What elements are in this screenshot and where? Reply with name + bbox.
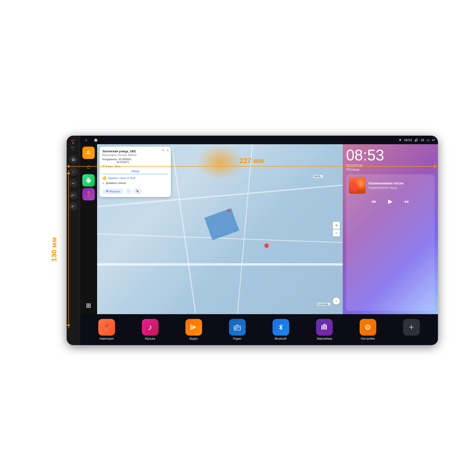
map-card-close[interactable]: ✕ [166, 149, 169, 152]
route-icon: 🗺 [106, 190, 108, 193]
music-label: Музыка [145, 337, 155, 340]
bottom-app-bar: 📍 Навигация ♪ Музыка Видео [80, 314, 438, 345]
song-name: Наименование песни [368, 181, 432, 185]
svg-rect-5 [89, 305, 91, 306]
next-button[interactable]: ⏭ [403, 197, 411, 206]
battery-icon: ▭ [426, 138, 430, 142]
app-add[interactable]: + + [400, 319, 424, 340]
radio-label: Радио [233, 337, 241, 340]
map-marker-main: 📍 [225, 209, 232, 215]
route-button[interactable]: 🗺 Маршрут [102, 188, 124, 194]
svg-rect-4 [88, 305, 89, 306]
app-video[interactable]: Видео [182, 319, 206, 340]
app-settings[interactable]: ⚙ Настройки [356, 319, 380, 340]
dimension-height-label: 130 мм [50, 237, 58, 262]
back-side-button[interactable]: ↩ [69, 179, 78, 187]
app-sidebar: ⚙ ⌂ 📍 [80, 144, 97, 314]
wifi-icon: ▼ [398, 138, 402, 142]
video-label: Видео [189, 337, 198, 340]
car-radio-device: MIC RST ⏻ ⌂ ↩ 🔊 + [67, 136, 438, 345]
home-nav-button[interactable]: ⌂ [83, 136, 89, 143]
zoom-in-button[interactable]: + [333, 222, 340, 229]
map-card-city: Красноярск, Россия, 660010 [102, 153, 168, 156]
svg-rect-9 [190, 324, 191, 330]
play-button[interactable]: ▶ [385, 196, 395, 206]
apps-nav-button[interactable]: 🏠 [92, 136, 99, 143]
svg-rect-3 [86, 305, 87, 306]
nav-icon: 📍 [98, 319, 115, 336]
grid-menu-button[interactable] [82, 299, 95, 312]
map-card-taxi[interactable]: 🟡 Заказать такси от 59 ₽ [102, 176, 168, 180]
music-controls: ⏮ ▶ ⏭ [349, 196, 432, 206]
bookmark-button[interactable]: 🔖 [134, 188, 142, 194]
album-art [349, 177, 366, 194]
svg-rect-17 [323, 325, 324, 330]
settings-icon-large: ⚙ [360, 319, 376, 336]
map-card-title: Затонская улица, 18/2 [102, 150, 168, 153]
map-text-label2: Атусобоф... [317, 303, 330, 306]
taxi-icon: 🟡 [102, 176, 106, 180]
sidebar-maps-button[interactable]: 📍 [82, 188, 95, 200]
app-bluetooth[interactable]: Bluetooth [269, 319, 293, 340]
vol-minus-icon: - [74, 205, 75, 207]
app-equalizer[interactable]: Эквалайзер [312, 319, 336, 340]
right-panel: 08:53 2022/05/20 Пятница Наимено [343, 144, 438, 314]
svg-rect-6 [86, 306, 87, 308]
map-card-overview[interactable]: Обзор [102, 170, 168, 174]
back-status-icon: ↩ [432, 138, 435, 142]
music-icon: ♪ [142, 319, 158, 336]
svg-point-21 [323, 324, 324, 325]
app-navigation[interactable]: 📍 Навигация [95, 319, 119, 340]
map-card-copy[interactable]: ⧉ [162, 149, 164, 152]
music-widget: Наименование песни Наименование певца ⏮ … [346, 174, 435, 311]
share-button[interactable]: ↑ [126, 188, 132, 194]
svg-rect-12 [237, 327, 239, 327]
bluetooth-icon-large [272, 319, 289, 336]
map-card-add-place[interactable]: + Добавить объект [102, 181, 168, 185]
map-text-label: ТехТе... [313, 175, 323, 178]
bluetooth-label: Bluetooth [275, 337, 287, 340]
volume-down-button[interactable]: 🔊 - [69, 202, 78, 210]
nav-label: Навигация [100, 337, 114, 340]
settings-label: Настройки [361, 337, 375, 340]
vol-plus-icon: + [74, 194, 75, 197]
svg-rect-18 [324, 325, 325, 330]
speaker-icon: 🔊 [71, 194, 74, 197]
volume-status-icon: 🔊 [414, 138, 418, 142]
svg-rect-1 [88, 304, 89, 305]
svg-rect-7 [88, 306, 89, 308]
svg-point-23 [325, 325, 327, 326]
svg-rect-19 [326, 326, 327, 330]
svg-rect-8 [89, 306, 91, 308]
svg-rect-16 [321, 327, 322, 330]
map-compass[interactable]: ↑ [333, 298, 340, 305]
app-radio[interactable]: Радио [225, 319, 249, 340]
volume-level: 18 [421, 138, 424, 142]
dimension-width-label: 227 мм [66, 157, 438, 165]
svg-point-22 [324, 324, 325, 325]
map-zoom-controls: + − [333, 222, 340, 237]
svg-rect-2 [89, 304, 91, 305]
app-music[interactable]: ♪ Музыка [138, 319, 162, 340]
zoom-out-button[interactable]: − [333, 229, 340, 237]
status-bar: ⌂ 🏠 ▼ 08:53 🔊 18 ▭ ↩ [80, 136, 438, 144]
eq-label: Эквалайзер [317, 337, 332, 340]
artist-name: Наименование певца [368, 186, 432, 189]
add-label: + [410, 337, 412, 340]
map-info-card: ✕ ⧉ Затонская улица, 18/2 Красноярск, Ро… [100, 147, 171, 197]
video-icon [186, 319, 202, 336]
equalizer-icon [316, 319, 333, 336]
mic-label: MIC [71, 139, 75, 142]
volume-up-button[interactable]: 🔊 + [69, 191, 78, 200]
map-marker-secondary: ⬤ [264, 243, 269, 248]
svg-line-14 [236, 324, 238, 326]
svg-rect-0 [86, 304, 87, 305]
rst-label: RST [71, 146, 75, 149]
prev-button[interactable]: ⏮ [369, 197, 378, 206]
speaker-down-icon: 🔊 [71, 205, 74, 207]
radio-icon [229, 319, 246, 336]
back-side-icon: ↩ [72, 181, 75, 185]
svg-point-11 [235, 327, 237, 329]
svg-point-20 [321, 325, 322, 327]
sidebar-android-button[interactable] [82, 174, 95, 187]
